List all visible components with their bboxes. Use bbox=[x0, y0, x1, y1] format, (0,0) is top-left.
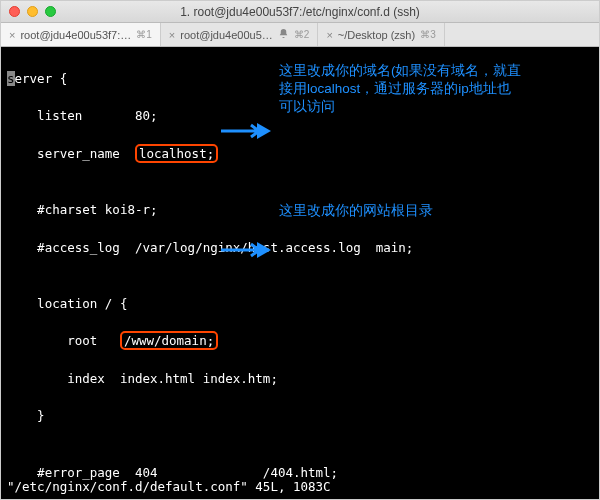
code-line: location / { bbox=[7, 295, 593, 314]
close-icon[interactable]: × bbox=[169, 29, 175, 41]
close-icon[interactable]: × bbox=[326, 29, 332, 41]
bell-icon bbox=[278, 28, 289, 41]
tab-label: root@jdu4e00u53f7:… bbox=[20, 29, 131, 41]
tab-shortcut: ⌘3 bbox=[420, 29, 436, 40]
arrow-icon bbox=[221, 202, 271, 297]
minimize-icon[interactable] bbox=[27, 6, 38, 17]
window-title: 1. root@jdu4e00u53f7:/etc/nginx/conf.d (… bbox=[1, 5, 599, 19]
tab-3[interactable]: × ~/Desktop (zsh) ⌘3 bbox=[318, 23, 444, 46]
terminal-body[interactable]: server { listen 80; server_name localhos… bbox=[1, 47, 599, 499]
tab-shortcut: ⌘1 bbox=[136, 29, 152, 40]
root-path-highlight: /www/domain; bbox=[120, 331, 218, 350]
zoom-icon[interactable] bbox=[45, 6, 56, 17]
close-icon[interactable] bbox=[9, 6, 20, 17]
tab-label: root@jdu4e00u5… bbox=[180, 29, 273, 41]
code-line: } bbox=[7, 407, 593, 426]
code-line: server_name localhost; bbox=[7, 145, 593, 164]
terminal-window: 1. root@jdu4e00u53f7:/etc/nginx/conf.d (… bbox=[0, 0, 600, 500]
code-line: index index.html index.htm; bbox=[7, 370, 593, 389]
server-name-highlight: localhost; bbox=[135, 144, 218, 163]
code-line: #access_log /var/log/nginx/host.access.l… bbox=[7, 239, 593, 258]
code-line: root /www/domain; bbox=[7, 332, 593, 351]
cursor: s bbox=[7, 71, 15, 86]
close-icon[interactable]: × bbox=[9, 29, 15, 41]
tabbar: × root@jdu4e00u53f7:… ⌘1 × root@jdu4e00u… bbox=[1, 23, 599, 47]
arrow-icon bbox=[221, 83, 271, 178]
tab-shortcut: ⌘2 bbox=[294, 29, 310, 40]
titlebar: 1. root@jdu4e00u53f7:/etc/nginx/conf.d (… bbox=[1, 1, 599, 23]
annotation-domain: 这里改成你的域名(如果没有域名，就直接用localhost，通过服务器的ip地址… bbox=[279, 62, 524, 117]
tab-label: ~/Desktop (zsh) bbox=[338, 29, 415, 41]
tab-1[interactable]: × root@jdu4e00u53f7:… ⌘1 bbox=[1, 23, 161, 46]
tab-2[interactable]: × root@jdu4e00u5… ⌘2 bbox=[161, 23, 319, 46]
annotation-root: 这里改成你的网站根目录 bbox=[279, 202, 499, 220]
traffic-lights bbox=[9, 6, 56, 17]
vim-statusline: "/etc/nginx/conf.d/default.conf" 45L, 10… bbox=[7, 478, 331, 497]
